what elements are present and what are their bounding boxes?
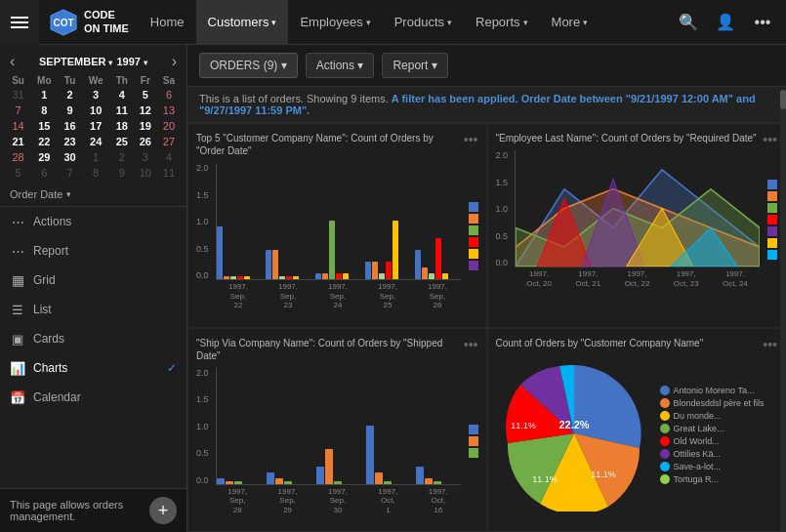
charts-check: ✓ bbox=[167, 361, 177, 375]
nav-reports[interactable]: Reports ▾ bbox=[464, 0, 540, 45]
scrollbar[interactable] bbox=[780, 90, 786, 532]
report-button[interactable]: Report ▾ bbox=[382, 53, 447, 78]
sidebar-item-grid[interactable]: ▦ Grid bbox=[0, 266, 186, 295]
cal-day[interactable]: 27 bbox=[157, 134, 181, 149]
cal-th-tu: Tu bbox=[59, 74, 82, 87]
chart-menu-3[interactable]: ••• bbox=[464, 337, 478, 352]
cal-day[interactable]: 2 bbox=[110, 149, 134, 165]
cal-day[interactable]: 23 bbox=[59, 134, 82, 149]
nav-products[interactable]: Products ▾ bbox=[383, 0, 464, 45]
search-button[interactable]: 🔍 bbox=[671, 5, 706, 40]
cal-day[interactable]: 20 bbox=[157, 118, 181, 134]
orders-button[interactable]: ORDERS (9) ▾ bbox=[199, 53, 298, 78]
cal-day[interactable]: 12 bbox=[134, 102, 157, 118]
nav-more[interactable]: More ▾ bbox=[540, 0, 600, 45]
bar bbox=[230, 276, 236, 279]
cal-day[interactable]: 14 bbox=[6, 118, 30, 134]
hamburger-menu[interactable] bbox=[0, 0, 39, 45]
cal-day[interactable]: 9 bbox=[59, 102, 82, 118]
cal-day[interactable]: 5 bbox=[6, 165, 30, 181]
bar bbox=[234, 481, 242, 484]
cal-th-th: Th bbox=[110, 74, 134, 87]
bar bbox=[272, 250, 278, 279]
cal-day[interactable]: 19 bbox=[134, 118, 157, 134]
cal-day[interactable]: 24 bbox=[82, 134, 110, 149]
cal-day[interactable]: 26 bbox=[134, 134, 157, 149]
chart-menu-1[interactable]: ••• bbox=[464, 132, 478, 147]
bar bbox=[237, 276, 243, 279]
cal-day[interactable]: 4 bbox=[157, 149, 181, 165]
cal-day[interactable]: 3 bbox=[134, 149, 157, 165]
chart-menu-2[interactable]: ••• bbox=[763, 132, 777, 147]
cal-day[interactable]: 29 bbox=[30, 149, 58, 165]
cal-month[interactable]: SEPTEMBER ▾ bbox=[39, 56, 113, 67]
bar bbox=[244, 276, 250, 279]
cal-day[interactable]: 6 bbox=[30, 165, 58, 181]
sidebar-item-list[interactable]: ☰ List bbox=[0, 295, 186, 324]
cal-day[interactable]: 4 bbox=[110, 87, 134, 102]
add-button[interactable]: + bbox=[149, 497, 177, 524]
sidebar-item-report[interactable]: ⋯ Report bbox=[0, 236, 186, 266]
actions-icon: ⋯ bbox=[10, 214, 25, 229]
cal-day[interactable]: 9 bbox=[110, 165, 134, 181]
cal-day[interactable]: 22 bbox=[30, 134, 58, 149]
more-button[interactable]: ••• bbox=[745, 5, 780, 40]
nav-customers[interactable]: Customers ▾ bbox=[196, 0, 289, 45]
nav-right: 🔍 👤 ••• bbox=[671, 5, 786, 40]
cal-day[interactable]: 18 bbox=[110, 118, 134, 134]
customers-caret: ▾ bbox=[271, 18, 276, 27]
cal-day[interactable]: 30 bbox=[59, 149, 82, 165]
cal-prev-btn[interactable]: ‹ bbox=[6, 53, 19, 70]
bar bbox=[279, 276, 285, 279]
pie-chart-svg: 22.2% 11.1% 11.1% 11.1% bbox=[496, 355, 652, 512]
cal-day[interactable]: 1 bbox=[30, 87, 58, 102]
cal-day[interactable]: 8 bbox=[82, 165, 110, 181]
xlabel: 1997,Oct, 22 bbox=[612, 269, 661, 288]
cal-day[interactable]: 31 bbox=[6, 87, 30, 102]
cal-day[interactable]: 11 bbox=[110, 102, 134, 118]
cal-day[interactable]: 1 bbox=[82, 149, 110, 165]
sidebar-item-actions[interactable]: ⋯ Actions bbox=[0, 207, 186, 236]
cal-year[interactable]: 1997 ▾ bbox=[116, 56, 147, 67]
cal-day[interactable]: 10 bbox=[82, 102, 110, 118]
cal-day[interactable]: 6 bbox=[157, 87, 181, 102]
nav-home[interactable]: Home bbox=[139, 0, 196, 45]
bar bbox=[366, 426, 374, 484]
cal-day[interactable]: 11 bbox=[157, 165, 181, 181]
nav-items: Home Customers ▾ Employees ▾ Products ▾ … bbox=[139, 0, 671, 45]
sidebar-label-charts: Charts bbox=[33, 361, 67, 375]
cal-day[interactable]: 13 bbox=[157, 102, 181, 118]
sidebar-item-charts[interactable]: 📊 Charts ✓ bbox=[0, 353, 186, 383]
cal-day[interactable]: 3 bbox=[82, 87, 110, 102]
cal-day[interactable]: 7 bbox=[59, 165, 82, 181]
order-date-filter[interactable]: Order Date ▾ bbox=[0, 184, 186, 207]
cal-day[interactable]: 17 bbox=[82, 118, 110, 134]
nav-employees[interactable]: Employees ▾ bbox=[288, 0, 382, 45]
sidebar-item-cards[interactable]: ▣ Cards bbox=[0, 324, 186, 353]
cal-day[interactable]: 7 bbox=[6, 102, 30, 118]
cal-day[interactable]: 5 bbox=[134, 87, 157, 102]
cal-day[interactable]: 15 bbox=[30, 118, 58, 134]
xlabel: 1997,Sep,29 bbox=[266, 487, 310, 515]
actions-button[interactable]: Actions ▾ bbox=[306, 53, 375, 78]
cal-day[interactable]: 2 bbox=[59, 87, 82, 102]
cal-next-btn[interactable]: › bbox=[168, 53, 181, 70]
cal-day[interactable]: 8 bbox=[30, 102, 58, 118]
cal-day[interactable]: 25 bbox=[110, 134, 134, 149]
calendar-grid: Su Mo Tu We Th Fr Sa 3112345678910111213… bbox=[6, 74, 181, 181]
pie-legend: Antonio Moreno Ta... Blondesddsl père et… bbox=[660, 386, 765, 484]
bar bbox=[284, 481, 292, 484]
scrollbar-thumb[interactable] bbox=[780, 90, 786, 109]
cal-day[interactable]: 10 bbox=[134, 165, 157, 181]
cal-day[interactable]: 28 bbox=[6, 149, 30, 165]
chart-menu-4[interactable]: ••• bbox=[763, 337, 777, 352]
cal-th-fr: Fr bbox=[134, 74, 157, 87]
user-button[interactable]: 👤 bbox=[708, 5, 743, 40]
cal-day[interactable]: 16 bbox=[59, 118, 82, 134]
cards-icon: ▣ bbox=[10, 331, 25, 347]
cal-day[interactable]: 21 bbox=[6, 134, 30, 149]
sidebar-item-calendar[interactable]: 📅 Calendar bbox=[0, 383, 186, 412]
bar bbox=[435, 238, 441, 279]
legend-label: Old World... bbox=[674, 436, 720, 446]
legend-label: Blondesddsl père et fils bbox=[674, 398, 765, 408]
